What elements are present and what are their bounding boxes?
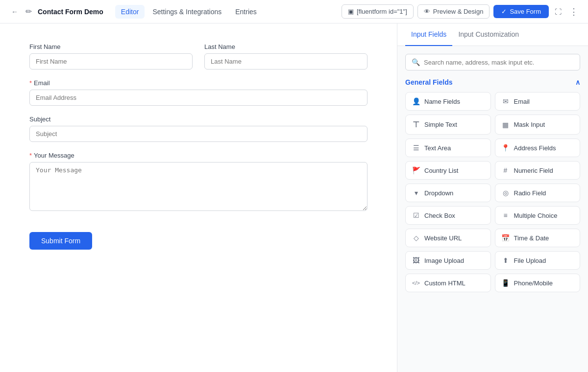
field-phone-mobile[interactable]: 📱 Phone/Mobile — [495, 274, 581, 292]
custom-html-icon: </> — [412, 280, 420, 286]
country-list-icon: 🚩 — [412, 166, 420, 174]
field-label: Dropdown — [424, 189, 453, 197]
multiple-choice-icon: ≡ — [501, 211, 510, 219]
email-label: * Email — [29, 79, 368, 87]
name-row: First Name Last Name — [29, 43, 368, 70]
fields-grid: 👤 Name Fields ✉ Email ⊤ Simple Text ▦ Ma… — [405, 92, 580, 292]
tab-input-customization[interactable]: Input Customization — [452, 23, 525, 46]
field-label: Address Fields — [514, 144, 556, 152]
field-mask-input[interactable]: ▦ Mask Input — [495, 115, 581, 135]
last-name-label: Last Name — [204, 43, 368, 50]
search-icon: 🔍 — [412, 58, 420, 66]
nav-entries[interactable]: Entries — [229, 5, 263, 19]
field-time-date[interactable]: 📅 Time & Date — [495, 229, 581, 247]
form-area: First Name Last Name * Email Subject * — [0, 23, 397, 372]
section-label: General Fields — [405, 78, 452, 86]
email-required-star: * — [29, 79, 32, 87]
field-dropdown[interactable]: ▾ Dropdown — [405, 184, 491, 202]
field-label: Phone/Mobile — [514, 279, 553, 287]
field-checkbox[interactable]: ☑ Check Box — [405, 206, 491, 225]
field-website-url[interactable]: ◇ Website URL — [405, 229, 491, 247]
preview-button[interactable]: 👁 Preview & Design — [417, 4, 490, 19]
shortcode-text: [fluentform id="1"] — [357, 8, 407, 15]
field-label: Numeric Field — [514, 167, 553, 174]
field-label: Website URL — [424, 234, 462, 242]
field-image-upload[interactable]: 🖼 Image Upload — [405, 251, 491, 270]
back-button[interactable]: ← — [8, 5, 22, 19]
tab-input-fields[interactable]: Input Fields — [405, 23, 452, 46]
image-upload-icon: 🖼 — [412, 256, 420, 264]
field-label: Image Upload — [424, 257, 464, 264]
first-name-group: First Name — [29, 43, 193, 70]
field-country-list[interactable]: 🚩 Country List — [405, 161, 491, 180]
message-group: * Your Message — [29, 152, 368, 212]
field-label: Check Box — [424, 212, 455, 219]
field-label: File Upload — [514, 257, 546, 264]
field-address-fields[interactable]: 📍 Address Fields — [495, 139, 581, 157]
expand-icon[interactable]: ⛶ — [553, 6, 564, 18]
preview-icon: 👁 — [424, 8, 430, 15]
field-numeric[interactable]: # Numeric Field — [495, 161, 581, 180]
save-text: Save Form — [510, 8, 541, 15]
topbar: ← ✏ Contact Form Demo Editor Settings & … — [0, 0, 588, 23]
form-icon: ✏ — [25, 7, 32, 16]
panel-content: 🔍 General Fields ∧ 👤 Name Fields ✉ Email — [397, 46, 588, 372]
checkbox-icon: ☑ — [412, 211, 420, 219]
name-fields-icon: 👤 — [412, 97, 420, 105]
save-button[interactable]: ✓ Save Form — [493, 5, 549, 18]
phone-mobile-icon: 📱 — [501, 279, 510, 287]
last-name-group: Last Name — [204, 43, 368, 70]
first-name-input[interactable] — [29, 53, 193, 70]
address-fields-icon: 📍 — [501, 144, 510, 152]
last-name-input[interactable] — [204, 53, 368, 70]
search-input[interactable] — [424, 59, 574, 66]
field-name-fields[interactable]: 👤 Name Fields — [405, 92, 491, 111]
field-custom-html[interactable]: </> Custom HTML — [405, 274, 491, 292]
time-date-icon: 📅 — [501, 234, 510, 242]
field-multiple-choice[interactable]: ≡ Multiple Choice — [495, 206, 581, 225]
field-label: Time & Date — [514, 234, 549, 242]
email-input[interactable] — [29, 90, 368, 106]
search-box: 🔍 — [405, 54, 580, 70]
field-label: Custom HTML — [424, 279, 466, 287]
collapse-icon[interactable]: ∧ — [575, 78, 580, 86]
email-icon: ✉ — [501, 97, 510, 105]
field-label: Radio Field — [514, 189, 546, 197]
preview-text: Preview & Design — [433, 8, 484, 15]
message-textarea[interactable] — [29, 162, 368, 211]
subject-label: Subject — [29, 116, 368, 123]
field-label: Multiple Choice — [514, 212, 558, 219]
subject-input[interactable] — [29, 126, 368, 142]
panel-tabs: Input Fields Input Customization — [397, 23, 588, 46]
first-name-label: First Name — [29, 43, 193, 50]
nav-settings[interactable]: Settings & Integrations — [147, 5, 227, 19]
email-group: * Email — [29, 79, 368, 106]
field-label: Country List — [424, 167, 458, 174]
field-label: Email — [514, 98, 530, 105]
file-upload-icon: ⬆ — [501, 256, 510, 264]
back-icon: ← — [11, 8, 18, 16]
topbar-nav: Editor Settings & Integrations Entries — [115, 5, 263, 19]
main-layout: First Name Last Name * Email Subject * — [0, 23, 588, 372]
nav-editor[interactable]: Editor — [115, 5, 145, 19]
message-required-star: * — [29, 152, 32, 159]
numeric-icon: # — [501, 166, 510, 174]
field-simple-text[interactable]: ⊤ Simple Text — [405, 115, 491, 135]
field-email[interactable]: ✉ Email — [495, 92, 581, 111]
field-file-upload[interactable]: ⬆ File Upload — [495, 251, 581, 270]
field-label: Text Area — [424, 144, 451, 152]
subject-group: Subject — [29, 116, 368, 142]
field-radio[interactable]: ◎ Radio Field — [495, 184, 581, 202]
submit-button[interactable]: Submit Form — [29, 232, 92, 250]
topbar-actions: ▣ [fluentform id="1"] 👁 Preview & Design… — [342, 4, 580, 19]
message-label: * Your Message — [29, 152, 368, 159]
more-icon[interactable]: ⋮ — [567, 4, 580, 19]
field-text-area[interactable]: ☰ Text Area — [405, 139, 491, 157]
radio-icon: ◎ — [501, 189, 510, 197]
shortcode-button[interactable]: ▣ [fluentform id="1"] — [342, 4, 414, 19]
field-label: Simple Text — [424, 121, 457, 128]
text-area-icon: ☰ — [412, 144, 420, 152]
shortcode-icon: ▣ — [348, 8, 354, 15]
mask-input-icon: ▦ — [501, 121, 510, 129]
save-icon: ✓ — [501, 8, 507, 15]
